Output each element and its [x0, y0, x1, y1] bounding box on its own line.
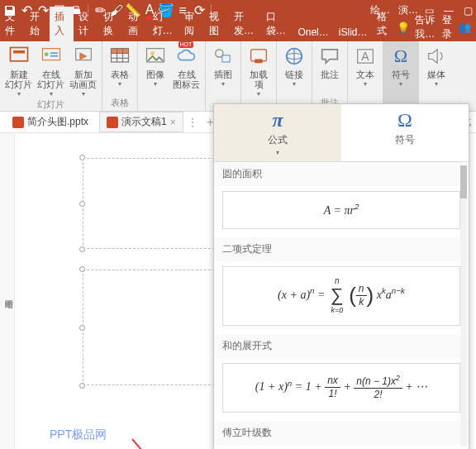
eq-item-circle-area[interactable]: A = πr2	[222, 191, 460, 229]
link-label: 链接	[285, 69, 303, 79]
group-images-label	[170, 99, 173, 111]
addin-button[interactable]: 加载 项 ▾	[246, 45, 271, 98]
tab-islide[interactable]: iSlid…	[334, 23, 373, 41]
scrollbar-track[interactable]	[460, 165, 467, 447]
tab-view[interactable]: 视图	[204, 7, 229, 41]
group-symbol: Ω 符号 ▾	[383, 41, 419, 111]
tab-recording[interactable]: 口袋…	[261, 7, 293, 41]
tab-format[interactable]: 格式	[372, 7, 397, 41]
tab-file[interactable]: 文件	[0, 7, 25, 41]
new-anim-page-label: 新加 动画页	[69, 69, 97, 89]
resize-handle[interactable]	[79, 325, 85, 331]
online-cloud-button[interactable]: HOT 在线 图标云	[173, 45, 200, 89]
table-button[interactable]: 表格 ▾	[107, 45, 132, 88]
link-icon	[283, 45, 306, 68]
new-slide-icon	[7, 45, 31, 68]
comment-label: 批注	[321, 69, 339, 79]
group-addin: 加载 项 ▾	[241, 41, 277, 111]
omega-icon: Ω	[397, 109, 412, 131]
image-button[interactable]: 图像 ▾	[143, 45, 168, 88]
group-slides-label: 幻灯片	[37, 98, 64, 112]
eq-item-binomial[interactable]: (x + a)n = n∑k=0 (nk) xkan−k	[222, 266, 460, 326]
omega-icon: Ω	[389, 45, 412, 68]
sign-in-link[interactable]: 登录	[442, 13, 454, 41]
symbol-option[interactable]: Ω 符号	[341, 104, 469, 161]
eq-section-title-3: 和的展开式	[214, 334, 469, 358]
speaker-icon	[425, 45, 448, 68]
tab-slideshow[interactable]: 幻灯…	[148, 7, 180, 41]
tab-insert[interactable]: 插入	[50, 7, 74, 41]
svg-rect-7	[50, 52, 57, 54]
tell-me-icon[interactable]: 💡	[397, 21, 410, 34]
online-slide-icon	[40, 45, 63, 68]
thumbnail-panel-label[interactable]: 缩略图	[0, 133, 15, 449]
symbol-option-label: 符号	[395, 133, 415, 147]
group-illustration: 插图 ▾	[206, 41, 241, 111]
new-anim-page-button[interactable]: 新加 动画页 ▾	[69, 45, 97, 98]
resize-handle[interactable]	[79, 383, 85, 389]
scrollbar-thumb[interactable]	[460, 165, 467, 198]
addin-label: 加载 项	[250, 69, 268, 89]
tab-onel[interactable]: Onel…	[293, 23, 333, 41]
doc-tab-1[interactable]: 简介头图.pptx	[5, 112, 96, 132]
new-slide-button[interactable]: 新建 幻灯片 ▾	[5, 45, 32, 98]
resize-handle[interactable]	[79, 155, 85, 160]
tell-me-label[interactable]: 告诉我…	[415, 13, 437, 41]
resize-handle[interactable]	[79, 201, 85, 207]
svg-rect-3	[10, 48, 27, 61]
svg-text:A: A	[361, 50, 369, 63]
tab-home[interactable]: 开始	[25, 7, 50, 41]
tab-transitions[interactable]: 切换	[98, 7, 123, 41]
online-slide-button[interactable]: 在线 幻灯片 ▾	[37, 45, 64, 98]
resize-handle[interactable]	[79, 246, 85, 252]
illustration-label: 插图	[214, 69, 232, 79]
comment-button[interactable]: 批注	[317, 45, 342, 79]
group-table: 表格 ▾ 表格	[102, 41, 138, 111]
illustration-button[interactable]: 插图 ▾	[211, 45, 236, 88]
tab-review[interactable]: 审阅	[179, 7, 204, 41]
resize-handle[interactable]	[79, 266, 85, 272]
doc-tab-1-label: 简介头图.pptx	[27, 115, 88, 129]
table-label: 表格	[111, 69, 129, 79]
eq-section-title-4: 傅立叶级数	[214, 421, 469, 445]
equation-gallery: 圆的面积 A = πr2 二项式定理 (x + a)n = n∑k=0 (nk)…	[214, 162, 469, 449]
hot-cloud-icon: HOT	[175, 45, 198, 68]
symbol-button[interactable]: Ω 符号 ▾	[388, 45, 413, 88]
tab-design[interactable]: 设计	[74, 7, 98, 41]
equation-option[interactable]: π 公式 ▾	[214, 104, 341, 161]
tab-animations[interactable]: 动画	[123, 7, 148, 41]
share-icon[interactable]: 👥	[459, 21, 471, 33]
chevron-down-icon: ▾	[399, 81, 402, 88]
close-icon[interactable]: ×	[170, 117, 176, 128]
table-icon	[108, 45, 131, 68]
svg-rect-19	[222, 55, 230, 62]
doc-tab-2-label: 演示文稿1	[121, 115, 167, 129]
equation-dropdown: π 公式 ▾ Ω 符号 圆的面积 A = πr2 二项式定理 (x + a)n …	[213, 103, 469, 449]
eq-item-expansion[interactable]: (1 + x)n = 1 + nx1! + n(n − 1)x22! + ⋯	[222, 363, 460, 413]
group-table-label: 表格	[111, 97, 129, 111]
eq-section-title-1: 圆的面积	[214, 162, 469, 186]
chevron-down-icon: ▾	[257, 91, 260, 98]
addin-icon	[247, 45, 270, 68]
chevron-down-icon: ▾	[50, 91, 53, 98]
group-text: A 文本 ▾	[348, 41, 383, 111]
text-button[interactable]: A 文本 ▾	[353, 45, 378, 88]
slide-canvas[interactable]	[83, 141, 215, 398]
tab-overflow-icon[interactable]: ⋮	[187, 116, 198, 129]
chevron-down-icon: ▾	[435, 81, 438, 88]
online-cloud-label: 在线 图标云	[173, 69, 200, 89]
group-link: 链接 ▾	[277, 41, 312, 111]
link-button[interactable]: 链接 ▾	[282, 45, 307, 88]
textbox-icon: A	[354, 45, 377, 68]
chevron-down-icon: ▾	[118, 81, 121, 88]
title-placeholder[interactable]	[83, 158, 215, 249]
svg-point-17	[150, 51, 155, 55]
tab-developer[interactable]: 开发…	[229, 7, 261, 41]
chevron-down-icon: ▾	[17, 91, 21, 98]
powerpoint-icon	[12, 117, 24, 128]
content-placeholder[interactable]	[83, 270, 215, 385]
powerpoint-icon	[107, 117, 118, 128]
chevron-down-icon: ▾	[276, 149, 279, 156]
doc-tab-2[interactable]: 演示文稿1 ×	[99, 112, 183, 132]
media-button[interactable]: 媒体 ▾	[424, 45, 449, 88]
